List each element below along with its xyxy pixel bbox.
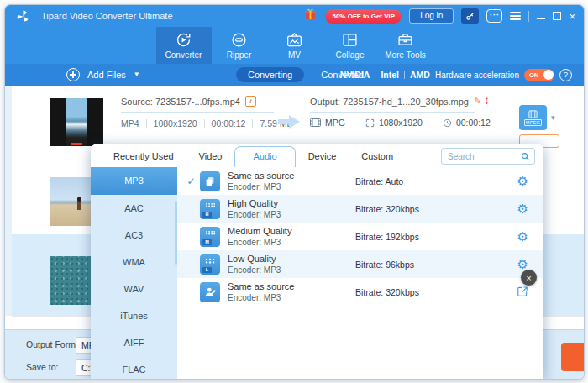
gift-icon[interactable] [303, 8, 318, 24]
key-icon [465, 12, 475, 21]
titlebar-actions: 50% OFF to Get VIP Log in ··· × [303, 8, 575, 24]
quality-grid-icon: H [200, 199, 220, 219]
app-window: Tipard Video Converter Ultimate 50% OFF … [4, 4, 585, 380]
hw-accel-toggle[interactable]: ON [524, 69, 554, 81]
tab-more-tools[interactable]: More Tools [378, 27, 433, 64]
ripper-icon [230, 31, 248, 49]
titlebar: Tipard Video Converter Ultimate 50% OFF … [5, 5, 584, 27]
format-caret-icon[interactable]: ▾ [551, 113, 555, 122]
profile-row-medium-quality[interactable]: M Medium Quality Encoder: MP3 Bitrate: 1… [177, 223, 543, 250]
maximize-button[interactable] [553, 12, 561, 20]
output-format-button[interactable]: MPEG [519, 105, 547, 130]
feedback-icon[interactable]: ··· [486, 9, 502, 23]
vip-offer-badge[interactable]: 50% OFF to Get VIP [325, 9, 402, 24]
sidebar-item-itunes[interactable]: iTunes [91, 302, 177, 329]
format-panel-body: MP3 AAC AC3 WMA WAV iTunes AIFF FLAC ✓ [91, 167, 543, 379]
save-to-label: Save to: [26, 362, 59, 372]
format-file-icon [528, 110, 538, 118]
close-button[interactable]: × [569, 11, 575, 22]
tab-mv[interactable]: MV [267, 27, 323, 64]
titlebar-separator [528, 11, 529, 22]
source-divider [121, 112, 274, 113]
search-input[interactable] [446, 151, 517, 162]
quality-grid-icon: M [200, 227, 220, 247]
rename-icon[interactable]: ✎ [474, 96, 481, 107]
output-file-label: Output: 7235157-hd_1...20_30fps.mpg ✎ [310, 96, 481, 107]
nvidia-label: NVIDIA [340, 70, 370, 80]
audio-format-sidebar: MP3 AAC AC3 WMA WAV iTunes AIFF FLAC [91, 167, 177, 379]
sidebar-item-wma[interactable]: WMA [91, 249, 177, 275]
format-search [441, 148, 535, 165]
video-thumbnail-1[interactable] [50, 98, 103, 146]
sub-toolbar: Add Files ▼ Converting Converted NVIDIA … [5, 64, 584, 86]
output-divider [310, 112, 475, 113]
tab-converter[interactable]: Converter [156, 27, 212, 64]
move-updown-icon[interactable]: ↕ [484, 93, 490, 107]
profile-row-high-quality[interactable]: H High Quality Encoder: MP3 Bitrate: 320… [177, 195, 543, 223]
sidebar-item-mp3[interactable]: MP3 [91, 167, 177, 195]
sidebar-item-aiff[interactable]: AIFF [91, 329, 177, 356]
quality-grid-icon: L [200, 254, 220, 275]
profile-row-low-quality[interactable]: L Low Quality Encoder: MP3 Bitrate: 96kb… [177, 250, 543, 278]
tab-device[interactable]: Device [296, 151, 349, 167]
search-icon[interactable] [521, 152, 530, 161]
toolbox-icon [396, 31, 414, 49]
converter-icon [175, 31, 192, 49]
sidebar-scrollbar[interactable] [175, 201, 177, 265]
profile-row-same-as-source[interactable]: ✓ Same as source Encoder: MP3 Bitrate: A… [177, 167, 543, 195]
clock-icon [443, 118, 452, 128]
amd-label: AMD [410, 70, 430, 80]
tab-audio[interactable]: Audio [234, 146, 295, 167]
gear-icon[interactable]: ⚙ [517, 230, 528, 243]
profile-list: ✓ Same as source Encoder: MP3 Bitrate: A… [177, 167, 543, 379]
sidebar-item-ac3[interactable]: AC3 [91, 222, 177, 249]
tab-recently-used[interactable]: Recently Used [101, 151, 186, 167]
hw-accel-label: Hardware acceleration [435, 71, 519, 80]
convert-arrow-icon [276, 113, 302, 134]
main-nav: Converter Ripper MV Collage [5, 27, 584, 64]
minimize-button[interactable] [537, 18, 545, 19]
sidebar-item-aac[interactable]: AAC [91, 195, 177, 222]
source-meta: MP4 1080x1920 00:00:12 7.59 MB [121, 118, 293, 129]
sidebar-item-wav[interactable]: WAV [91, 275, 177, 302]
app-title: Tipard Video Converter Ultimate [41, 11, 173, 21]
hamburger-menu-icon[interactable] [510, 12, 521, 20]
tab-custom[interactable]: Custom [349, 151, 406, 167]
hardware-acceleration-zone: NVIDIA Intel AMD Hardware acceleration O… [340, 64, 572, 86]
convert-all-button[interactable] [561, 343, 585, 371]
output-meta: MPG 1080x1920 00:00:12 [310, 118, 491, 128]
user-profile-icon [200, 282, 220, 302]
check-icon: ✓ [182, 176, 200, 187]
format-panel-tabs: Recently Used Video Audio Device Custom [91, 144, 543, 167]
profile-row-custom-same-as-source[interactable]: Same as source Encoder: MP3 Bitrate: 320… [177, 278, 543, 306]
format-panel: Recently Used Video Audio Device Custom … [91, 144, 543, 379]
copy-pages-icon [200, 171, 220, 192]
chevron-down-icon: ▼ [134, 71, 140, 78]
gear-icon[interactable]: ⚙ [517, 175, 528, 187]
plus-icon [66, 68, 80, 81]
info-icon[interactable]: i [245, 96, 256, 107]
edit-profile-icon[interactable] [517, 286, 528, 299]
register-key-button[interactable] [461, 8, 479, 24]
mv-icon [286, 31, 303, 49]
left-gutter [5, 86, 12, 316]
gear-icon[interactable]: ⚙ [517, 202, 528, 215]
panel-close-icon[interactable]: × [521, 270, 537, 286]
collage-icon [341, 31, 359, 49]
login-button[interactable]: Log in [409, 8, 454, 24]
resolution-icon [365, 118, 375, 128]
source-file-label: Source: 7235157-...0fps.mp4 i [121, 96, 256, 107]
film-icon [310, 118, 321, 127]
gear-icon[interactable]: ⚙ [517, 258, 528, 270]
tab-video[interactable]: Video [186, 151, 235, 167]
help-icon[interactable]: ? [559, 69, 572, 81]
intel-label: Intel [381, 70, 399, 80]
tipard-logo-icon [16, 9, 30, 24]
screen: Tipard Video Converter Ultimate 50% OFF … [0, 0, 588, 383]
progress-mark [71, 143, 82, 145]
add-files-button[interactable]: Add Files ▼ [66, 68, 140, 81]
sidebar-item-flac[interactable]: FLAC [91, 356, 177, 379]
tab-converting[interactable]: Converting [236, 67, 304, 82]
tab-ripper[interactable]: Ripper [212, 27, 267, 64]
tab-collage[interactable]: Collage [323, 27, 378, 64]
